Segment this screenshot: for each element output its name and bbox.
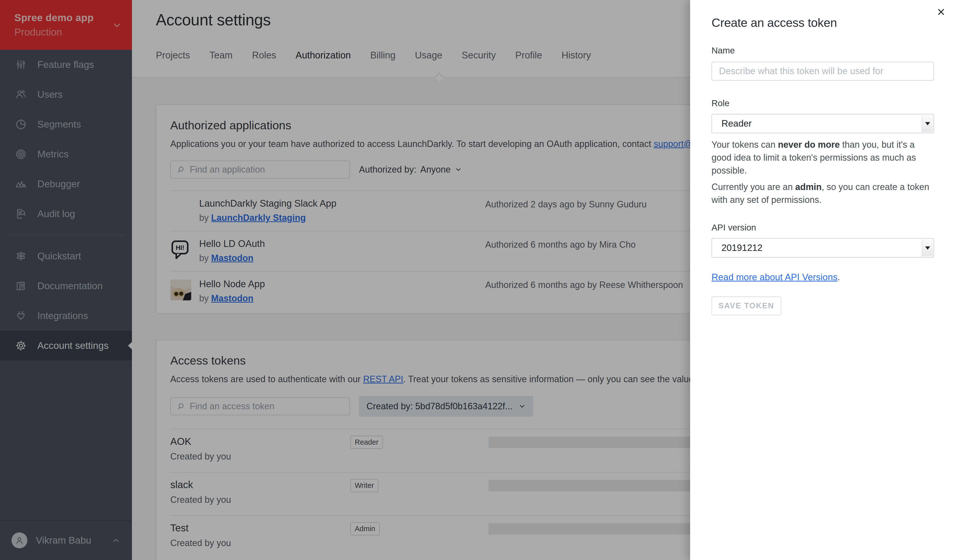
help-text: Currently you are an <box>712 182 795 192</box>
close-icon[interactable] <box>935 5 947 19</box>
help-text: Your tokens can <box>712 139 778 150</box>
link-period: . <box>838 272 840 282</box>
drawer-title: Create an access token <box>712 16 934 29</box>
role-label: Role <box>712 98 934 108</box>
save-token-button[interactable]: SAVE TOKEN <box>712 296 781 315</box>
select-arrow <box>922 239 933 256</box>
role-help-text: Your tokens can never do more than you, … <box>712 138 934 177</box>
api-versions-link[interactable]: Read more about API Versions <box>712 272 838 282</box>
create-token-drawer: Create an access token Name Role Reader … <box>690 0 955 560</box>
help-text-bold: never do more <box>778 139 840 150</box>
api-versions-link-row: Read more about API Versions. <box>712 272 934 282</box>
name-label: Name <box>712 45 934 56</box>
help-text-bold: admin <box>795 182 822 192</box>
role-select-value: Reader <box>722 119 751 129</box>
api-version-label: API version <box>712 222 934 233</box>
admin-help-text: Currently you are an admin, so you can c… <box>712 181 934 206</box>
api-version-select[interactable]: 20191212 <box>712 238 934 257</box>
token-name-input[interactable] <box>712 62 934 81</box>
select-arrow <box>922 115 933 132</box>
role-select[interactable]: Reader <box>712 114 934 133</box>
app-root: Spree demo app Production Feature flags … <box>0 0 955 560</box>
api-version-value: 20191212 <box>722 243 762 253</box>
